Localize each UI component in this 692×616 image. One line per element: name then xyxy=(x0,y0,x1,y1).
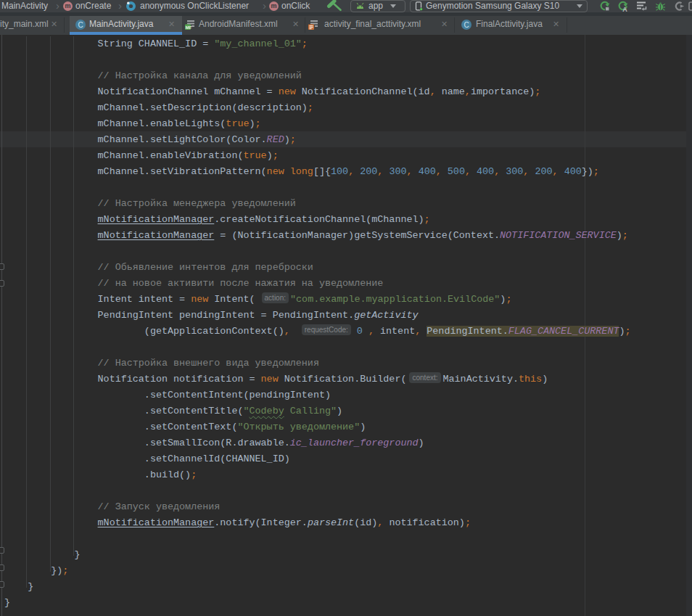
svg-text:MF: MF xyxy=(186,25,192,30)
svg-text:C: C xyxy=(464,21,469,29)
svg-text:C: C xyxy=(78,21,83,29)
svg-text:A: A xyxy=(622,6,627,12)
